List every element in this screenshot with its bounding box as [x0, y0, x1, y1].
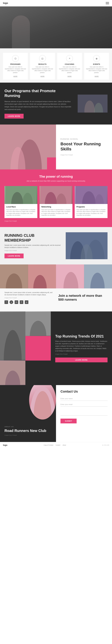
trend-photo-accent — [25, 336, 51, 360]
footer-page-3[interactable]: 3 — [105, 444, 106, 446]
footer-link-1[interactable]: Content — [56, 444, 60, 446]
pinterest-icon[interactable]: p — [25, 300, 28, 304]
hamburger-line-1 — [106, 2, 109, 2]
hamburger-menu[interactable] — [106, 2, 109, 4]
network-left: Sample text. Lorem ipsum dolor sit amet,… — [4, 292, 54, 304]
trends-title: Top Running Trends Of 2021 — [55, 334, 108, 338]
power-card-2: Programs Duis aute irure dolor in repreh… — [75, 186, 108, 218]
program-more-0[interactable]: MORE — [13, 76, 17, 77]
power-section: The power of running Join a network of m… — [0, 170, 112, 227]
contact-message-textarea[interactable] — [60, 408, 108, 416]
hero-overlay — [0, 6, 112, 48]
power-card-body-2: Programs Duis aute irure dolor in repreh… — [75, 204, 108, 218]
contact-title: Contact Us — [60, 390, 108, 394]
membership-learn-more-button[interactable]: LEARN MORE — [4, 254, 24, 258]
footer-link-0[interactable]: Copy of Contact — [44, 444, 53, 446]
power-card-body-0: Local Race Duis aute irure dolor in repr… — [4, 204, 37, 218]
our-programs-section: Our Programs that Promote Running Maecas… — [0, 82, 112, 124]
facebook-icon[interactable]: f — [4, 300, 8, 304]
network-photo-0 — [0, 264, 28, 288]
running-school-section: RUNNING SCHOOL Boost Your Running Skills… — [0, 124, 112, 170]
about-title: Road Runners New Club — [4, 429, 52, 433]
contact-form: SUBMIT — [60, 396, 108, 424]
power-card-desc-1: Duis aute irure dolor in reprehenderit i… — [41, 209, 71, 216]
power-card-desc-2: Duis aute irure dolor in reprehenderit i… — [77, 209, 106, 216]
about-label: ABOUT US — [4, 426, 52, 428]
program-card-1: ◎ RESULTS Duis aute irure dolor in repre… — [30, 53, 55, 80]
footer-page-2[interactable]: 2 — [104, 444, 105, 446]
network-photo-1 — [28, 264, 56, 288]
program-icon-3: ◈ — [93, 55, 100, 62]
program-desc-2: Duis aute irure dolor in reprehenderit i… — [59, 66, 80, 74]
footer: logo Copy of Contact Content About 1 2 3… — [0, 442, 112, 448]
power-img-credit: Images from Freepik — [4, 220, 108, 222]
social-icons: f y in © p — [4, 300, 54, 304]
footer-link-2[interactable]: About — [63, 444, 66, 446]
network-photos — [0, 264, 112, 288]
header: logo — [0, 0, 112, 6]
running-school-content: RUNNING SCHOOL Boost Your Running Skills… — [56, 124, 112, 170]
contact-name-input[interactable] — [60, 396, 108, 401]
footer-page-1[interactable]: 1 — [102, 444, 103, 446]
network-bottom: Sample text. Lorem ipsum dolor sit amet,… — [0, 288, 112, 307]
about-section: ABOUT US Road Runners New Club Images fr… — [0, 385, 56, 442]
trends-photos — [0, 312, 51, 385]
network-right: Join a network of more than 500 runners — [58, 294, 108, 302]
footer-pagination: 1 2 3 4 5 — [102, 444, 109, 446]
running-school-title: Boost Your Running Skills — [60, 142, 108, 152]
power-card-title-1: Networking — [41, 206, 71, 208]
program-more-1[interactable]: MORE — [40, 76, 44, 77]
running-school-image — [0, 124, 56, 170]
program-desc-3: Duis aute irure dolor in reprehenderit i… — [86, 66, 107, 74]
twitter-icon[interactable]: y — [9, 300, 13, 304]
learn-more-button[interactable]: LEARN MORE — [4, 114, 24, 118]
trends-desc: Etiam ut hendrerit turpis. Viverra purus… — [55, 340, 108, 352]
membership-title: RUNNING CLUB MEMBERSHIP — [4, 233, 61, 242]
program-title-1: RESULTS — [32, 63, 53, 65]
program-card-0: ⊙ PROGRAMS Duis aute irure dolor in repr… — [3, 53, 28, 80]
hamburger-line-2 — [106, 3, 109, 3]
network-img-credit: Images from Freepik — [4, 297, 54, 298]
trends-learn-more-button[interactable]: LEARN MORE — [55, 358, 108, 362]
contact-email-input[interactable] — [60, 402, 108, 407]
trends-content: Top Running Trends Of 2021 Etiam ut hend… — [51, 312, 112, 385]
membership-image — [66, 232, 108, 259]
footer-links: Copy of Contact Content About — [44, 444, 66, 446]
footer-page-5[interactable]: 5 — [108, 444, 109, 446]
our-programs-text: Our Programs that Promote Running Maecas… — [4, 88, 72, 118]
power-desc: Join a network of more than 500 runners … — [4, 180, 108, 182]
footer-logo: logo — [3, 444, 7, 446]
power-card-body-1: Networking Duis aute irure dolor in repr… — [40, 204, 72, 218]
trend-photo-3 — [0, 360, 25, 385]
trends-section: Top Running Trends Of 2021 Etiam ut hend… — [0, 312, 112, 385]
program-title-0: PROGRAMS — [5, 63, 26, 65]
hamburger-line-3 — [106, 4, 109, 4]
trend-photo-1 — [25, 312, 51, 336]
program-icon-2: ⌖ — [66, 55, 73, 62]
membership-content: RUNNING CLUB MEMBERSHIP Sample text. Lor… — [4, 233, 61, 258]
copyright-icon[interactable]: © — [20, 300, 23, 304]
program-desc-1: Duis aute irure dolor in reprehenderit i… — [32, 66, 53, 74]
power-card-title-0: Local Race — [6, 206, 35, 208]
power-card-image-2 — [75, 186, 108, 204]
contact-submit-button[interactable]: SUBMIT — [60, 418, 77, 424]
program-more-3[interactable]: MORE — [95, 76, 99, 77]
programs-section: ⊙ PROGRAMS Duis aute irure dolor in repr… — [0, 48, 112, 82]
instagram-icon[interactable]: in — [15, 300, 18, 304]
program-more-2[interactable]: MORE — [68, 76, 72, 77]
power-card-desc-0: Duis aute irure dolor in reprehenderit i… — [6, 209, 35, 216]
our-programs-title: Our Programs that Promote Running — [4, 88, 72, 98]
program-card-3: ◈ EVENTS Duis aute irure dolor in repreh… — [84, 53, 109, 80]
power-title: The power of running — [4, 175, 108, 178]
trend-photo-0 — [0, 312, 25, 360]
our-programs-desc: Maecas ultricies mi quis hendrerit. At v… — [4, 100, 72, 111]
program-icon-0: ⊙ — [12, 55, 19, 62]
about-img-credit: Images from Freepik — [4, 434, 52, 436]
programs-grid: ⊙ PROGRAMS Duis aute irure dolor in repr… — [3, 53, 109, 80]
about-contact-section: ABOUT US Road Runners New Club Images fr… — [0, 385, 112, 442]
network-section: Sample text. Lorem ipsum dolor sit amet,… — [0, 264, 112, 312]
network-photo-3 — [84, 264, 112, 288]
footer-page-4[interactable]: 4 — [107, 444, 108, 446]
power-card-image-0 — [4, 186, 37, 204]
program-card-2: ⌖ COACHING Duis aute irure dolor in repr… — [57, 53, 82, 80]
